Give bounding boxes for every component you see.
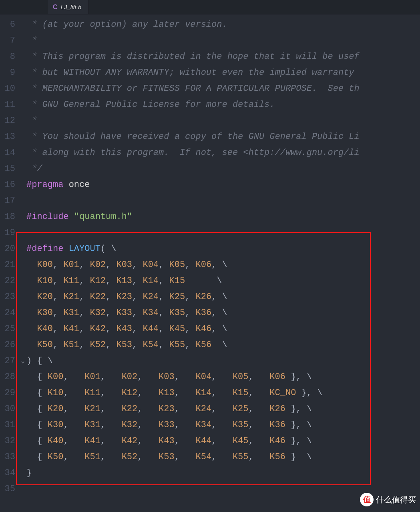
c-file-icon: C xyxy=(53,4,58,11)
code-line[interactable]: #pragma once xyxy=(26,177,420,193)
watermark: 值 什么值得买 xyxy=(360,493,416,506)
line-number: 14 xyxy=(0,145,26,161)
line-number: 7 xyxy=(0,33,26,49)
line-number: 23 xyxy=(0,289,26,305)
code-line[interactable]: { K40, K41, K42, K43, K44, K45, K46 }, \ xyxy=(26,433,420,449)
code-line[interactable]: K40, K41, K42, K43, K44, K45, K46, \ xyxy=(26,321,420,337)
line-number: 12 xyxy=(0,113,26,129)
code-line[interactable]: K30, K31, K32, K33, K34, K35, K36, \ xyxy=(26,305,420,321)
line-number: 33 xyxy=(0,449,26,465)
fold-chevron-icon[interactable]: ⌄ xyxy=(21,353,25,369)
code-line[interactable]: { K20, K21, K22, K23, K24, K25, K26 }, \ xyxy=(26,401,420,417)
code-line[interactable]: * You should have received a copy of the… xyxy=(26,129,420,145)
code-line[interactable]: * GNU General Public License for more de… xyxy=(26,97,420,113)
line-number: 28 xyxy=(0,369,26,385)
code-line[interactable]: #define LAYOUT( \ xyxy=(26,241,420,257)
code-line[interactable]: * xyxy=(26,33,420,49)
line-number: 11 xyxy=(0,97,26,113)
line-number: 25 xyxy=(0,321,26,337)
file-tab[interactable]: C LJ_lift.h xyxy=(48,0,89,14)
line-number: 8 xyxy=(0,49,26,65)
line-number: 21 xyxy=(0,257,26,273)
code-line[interactable]: { K30, K31, K32, K33, K34, K35, K36 }, \ xyxy=(26,417,420,433)
code-line[interactable]: K00, K01, K02, K03, K04, K05, K06, \ xyxy=(26,257,420,273)
line-number: 34 xyxy=(0,465,26,481)
code-line[interactable] xyxy=(26,193,420,209)
line-number: 13 xyxy=(0,129,26,145)
line-number: 22 xyxy=(0,273,26,289)
tab-filename: LJ_lift.h xyxy=(61,4,82,10)
line-number: 27⌄ xyxy=(0,353,26,369)
line-number: 18 xyxy=(0,209,26,225)
line-number: 35 xyxy=(0,481,26,497)
line-number-gutter: 6789101112131415161718192021222324252627… xyxy=(0,14,26,512)
code-line[interactable]: { K00, K01, K02, K03, K04, K05, K06 }, \ xyxy=(26,369,420,385)
code-line[interactable]: * (at your option) any later version. xyxy=(26,17,420,33)
code-line[interactable]: */ xyxy=(26,161,420,177)
code-line[interactable]: * This program is distributed in the hop… xyxy=(26,49,420,65)
tab-bar: C LJ_lift.h xyxy=(0,0,420,14)
code-line[interactable]: * but WITHOUT ANY WARRANTY; without even… xyxy=(26,65,420,81)
code-line[interactable]: { K50, K51, K52, K53, K54, K55, K56 } \ xyxy=(26,449,420,465)
line-number: 17 xyxy=(0,193,26,209)
code-line[interactable]: ) { \ xyxy=(26,353,420,369)
line-number: 31 xyxy=(0,417,26,433)
code-line[interactable]: K50, K51, K52, K53, K54, K55, K56 \ xyxy=(26,337,420,353)
code-line[interactable]: K20, K21, K22, K23, K24, K25, K26, \ xyxy=(26,289,420,305)
line-number: 30 xyxy=(0,401,26,417)
code-line[interactable]: * MERCHANTABILITY or FITNESS FOR A PARTI… xyxy=(26,81,420,97)
code-line[interactable]: { K10, K11, K12, K13, K14, K15, KC_NO },… xyxy=(26,385,420,401)
line-number: 26 xyxy=(0,337,26,353)
code-line[interactable]: * xyxy=(26,113,420,129)
watermark-text: 什么值得买 xyxy=(376,494,416,505)
line-number: 24 xyxy=(0,305,26,321)
line-number: 15 xyxy=(0,161,26,177)
line-number: 29 xyxy=(0,385,26,401)
code-area[interactable]: * (at your option) any later version. * … xyxy=(26,14,420,512)
editor[interactable]: 6789101112131415161718192021222324252627… xyxy=(0,14,420,512)
line-number: 10 xyxy=(0,81,26,97)
line-number: 9 xyxy=(0,65,26,81)
line-number: 19 xyxy=(0,225,26,241)
line-number: 6 xyxy=(0,17,26,33)
line-number: 32 xyxy=(0,433,26,449)
tab-spacer xyxy=(0,0,48,14)
code-line[interactable]: * along with this program. If not, see <… xyxy=(26,145,420,161)
line-number: 20 xyxy=(0,241,26,257)
code-line[interactable] xyxy=(26,225,420,241)
code-line[interactable]: } xyxy=(26,465,420,481)
code-line[interactable]: K10, K11, K12, K13, K14, K15 \ xyxy=(26,273,420,289)
code-line[interactable]: #include "quantum.h" xyxy=(26,209,420,225)
line-number: 16 xyxy=(0,177,26,193)
watermark-badge-icon: 值 xyxy=(360,493,374,506)
